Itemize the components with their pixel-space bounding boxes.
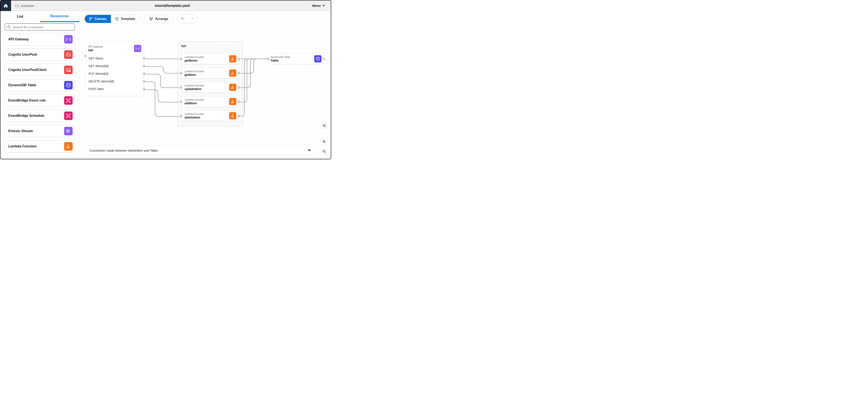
svg-point-39	[316, 57, 319, 58]
port-in[interactable]	[84, 55, 86, 57]
svg-point-9	[66, 98, 67, 99]
node-lambda-getitem[interactable]: Lambda FunctiongetItem	[181, 68, 239, 79]
node-lambda-additem[interactable]: Lambda FunctionaddItem	[181, 96, 239, 107]
svg-rect-28	[89, 19, 90, 20]
port-in[interactable]	[180, 72, 182, 74]
resource-item-kinesis-stream[interactable]: Kinesis Stream	[5, 125, 75, 137]
redo-button[interactable]	[187, 14, 197, 23]
port-in[interactable]	[267, 58, 269, 60]
svg-line-1	[9, 27, 11, 28]
view-canvas-button[interactable]: Canvas	[85, 15, 111, 23]
resource-item-lambda-function[interactable]: Lambda Function	[5, 140, 75, 152]
kinesis-icon	[64, 127, 73, 135]
node-name: getItem	[185, 73, 204, 77]
port-out[interactable]	[238, 58, 240, 60]
api-route[interactable]: GET /items	[89, 55, 141, 62]
svg-line-16	[69, 101, 69, 101]
node-type: Lambda Function	[185, 98, 204, 101]
port-out[interactable]	[238, 72, 240, 74]
svg-line-42	[324, 142, 326, 143]
svg-line-13	[67, 99, 68, 100]
lambda-icon	[229, 55, 236, 62]
port-in[interactable]	[180, 115, 182, 117]
node-dynamodb-table[interactable]: DynamoDB Table Table	[268, 54, 324, 64]
template-icon	[115, 17, 119, 21]
svg-rect-32	[150, 18, 151, 18]
node-lambda-deleteitem[interactable]: Lambda FunctiondeleteItem	[181, 111, 239, 121]
svg-rect-34	[151, 20, 152, 20]
search-input-wrapper[interactable]	[5, 23, 75, 31]
lambda-icon	[229, 98, 236, 105]
svg-line-25	[69, 116, 69, 117]
port-out[interactable]	[238, 115, 240, 117]
resource-label: EventBridge Event rule	[8, 98, 45, 102]
port-out[interactable]	[143, 88, 145, 90]
search-input[interactable]	[13, 25, 72, 29]
fit-button[interactable]	[321, 122, 328, 129]
search-icon	[7, 25, 11, 29]
api-route[interactable]: PUT /items/{id}	[89, 70, 141, 78]
dynamodb-icon	[314, 55, 321, 62]
port-out[interactable]	[143, 65, 145, 67]
port-out[interactable]	[323, 58, 325, 60]
cognito-client-icon	[64, 66, 73, 74]
port-in[interactable]	[180, 101, 182, 103]
resource-item-eventbridge-event-rule[interactable]: EventBridge Event rule	[5, 94, 75, 107]
node-name: Api	[88, 48, 103, 52]
node-type: Lambda Function	[185, 113, 204, 116]
lambda-icon	[229, 84, 236, 91]
node-type: API Gateway	[88, 45, 103, 48]
tab-list[interactable]: List	[0, 11, 40, 22]
cognito-icon	[64, 50, 73, 59]
node-lambda-updateitem[interactable]: Lambda FunctionupdateItem	[181, 82, 239, 93]
zoom-out-button[interactable]	[321, 148, 328, 155]
port-out[interactable]	[143, 57, 145, 59]
undo-button[interactable]	[178, 14, 187, 23]
resource-label: Lambda Function	[8, 144, 36, 148]
lambda-icon	[64, 142, 73, 151]
svg-line-23	[69, 115, 69, 115]
resource-item-cognito-userpoolclient[interactable]: Cognito UserPoolClient	[5, 64, 75, 76]
port-out[interactable]	[238, 101, 240, 103]
port-out[interactable]	[143, 72, 145, 75]
node-lambda-getitems[interactable]: Lambda FunctiongetItems	[181, 54, 239, 64]
svg-point-11	[66, 101, 67, 102]
home-button[interactable]	[0, 0, 11, 11]
arrange-button[interactable]: Arrange	[144, 14, 173, 23]
resource-item-api-gateway[interactable]: API Gateway	[5, 33, 75, 46]
node-type: DynamoDB Table	[271, 56, 290, 59]
node-api-gateway[interactable]: API Gateway Api GET /itemsGET /items/{id…	[85, 42, 144, 96]
chevron-down-icon	[308, 150, 311, 151]
resource-label: Cognito UserPoolClient	[8, 68, 46, 72]
zoom-in-button[interactable]	[321, 138, 328, 145]
canvas[interactable]: Canvas Template Arrange	[80, 11, 331, 159]
resource-label: Cognito UserPool	[8, 53, 37, 57]
node-type: Lambda Function	[185, 56, 204, 59]
api-route[interactable]: POST /item	[89, 85, 141, 93]
menu-button[interactable]: Menu	[306, 4, 331, 7]
arrange-icon	[149, 17, 153, 21]
status-bar[interactable]: Connection made between deleteItem and T…	[85, 146, 316, 155]
apigateway-icon	[134, 45, 141, 52]
svg-point-20	[66, 117, 67, 118]
view-template-button[interactable]: Template	[111, 15, 140, 23]
api-route[interactable]: GET /items/{id}	[89, 62, 141, 70]
svg-rect-27	[91, 18, 92, 19]
port-out[interactable]	[238, 86, 240, 89]
resource-label: DynamoDB Table	[8, 83, 36, 87]
svg-point-5	[67, 69, 68, 70]
node-type: Lambda Function	[185, 84, 204, 87]
port-in[interactable]	[180, 58, 182, 60]
resource-item-cognito-userpool[interactable]: Cognito UserPool	[5, 49, 75, 61]
port-in[interactable]	[180, 86, 182, 89]
autosave-label: Autosave	[21, 4, 34, 7]
port-out[interactable]	[143, 80, 145, 82]
resource-item-eventbridge-schedule[interactable]: EventBridge Schedule	[5, 110, 75, 122]
api-route[interactable]: DELETE /items/{id}	[89, 78, 141, 85]
tab-resources[interactable]: Resources	[40, 11, 80, 22]
node-type: Lambda Function	[185, 70, 204, 73]
lambda-icon	[229, 69, 236, 77]
resource-item-dynamodb-table[interactable]: DynamoDB Table	[5, 79, 75, 91]
apigw-icon	[64, 35, 73, 43]
node-name: deleteItem	[185, 116, 204, 119]
